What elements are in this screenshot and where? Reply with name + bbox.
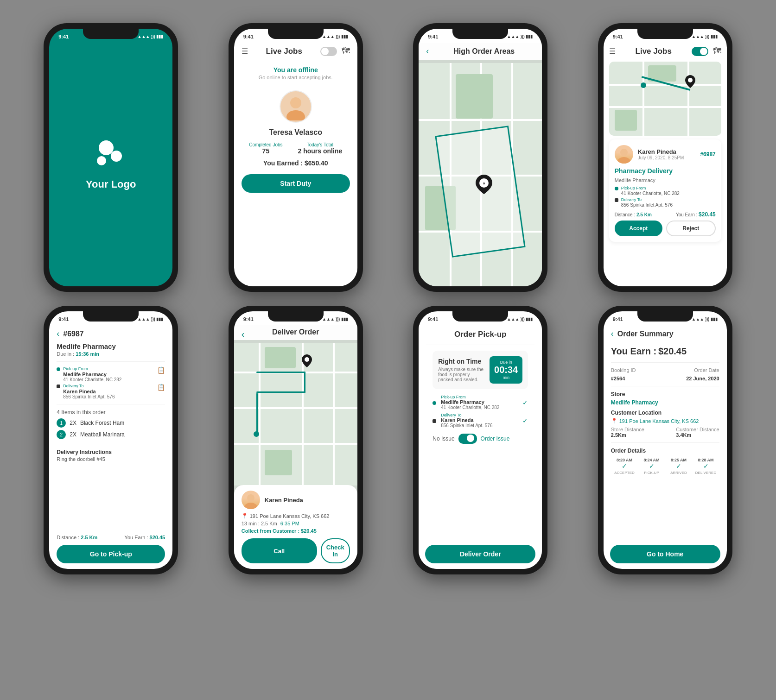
location-icon: 📍 — [242, 513, 248, 519]
dest-pin — [685, 75, 695, 90]
svg-text:⚬: ⚬ — [482, 180, 486, 187]
phone-splash: 9:41 ▲▲▲ ))) ▮▮▮ Your Logo — [44, 23, 178, 292]
driver-avatar — [242, 491, 260, 509]
back-arrow-icon[interactable]: ‹ — [57, 329, 59, 339]
livejobs-screen: ☰ Live Jobs 🗺 You are offline Go online … — [234, 43, 357, 286]
ontime-info: Right on Time Always make sure the food … — [438, 358, 485, 382]
livejobs-online-screen: ☰ Live Jobs 🗺 — [604, 43, 727, 286]
svg-point-0 — [99, 140, 114, 155]
map-area — [234, 343, 357, 486]
back-header: ‹ #6987 — [57, 325, 165, 342]
svg-point-4 — [286, 110, 305, 120]
menu-icon[interactable]: ☰ — [242, 47, 248, 56]
notch — [268, 311, 324, 322]
divider3 — [57, 444, 165, 444]
back-header: ‹ Order Summary — [611, 325, 719, 342]
back-arrow-icon[interactable]: ‹ — [426, 46, 429, 56]
delivery-item: Delivery To Karen Pineda 856 Spinka Inle… — [57, 384, 165, 399]
svg-point-8 — [620, 149, 628, 156]
route-info: Pick-up From Medlife Pharmacy 41 Kooter … — [57, 366, 165, 399]
delivery-dot — [433, 419, 436, 423]
header-bar: ☰ Live Jobs 🗺 — [242, 43, 350, 62]
delivery-icon: 📋 — [157, 384, 165, 391]
svg-point-9 — [617, 157, 630, 164]
goto-home-button[interactable]: Go to Home — [610, 545, 720, 563]
status-time: 9:41 — [58, 34, 69, 39]
online-toggle[interactable] — [320, 47, 337, 56]
issue-toggle[interactable] — [458, 434, 477, 444]
delivery-instructions: Delivery Instructions Ring the doorbell … — [57, 449, 165, 462]
action-buttons: Call Check In — [242, 538, 350, 563]
back-arrow-icon[interactable]: ‹ — [611, 329, 614, 339]
notch — [268, 29, 324, 39]
svg-point-3 — [290, 97, 301, 108]
summary-screen: ‹ Order Summary You Earn : $20.45 Bookin… — [604, 325, 727, 569]
checkin-button[interactable]: Check In — [321, 538, 350, 563]
online-toggle[interactable] — [692, 47, 708, 56]
mini-map — [609, 62, 721, 136]
ontime-card: Right on Time Always make sure the food … — [433, 351, 528, 389]
deliver-order-button[interactable]: Deliver Order — [425, 545, 535, 563]
pickup-header: Order Pick-up — [426, 325, 534, 345]
due-badge: Due in 00:34 min — [490, 356, 522, 384]
map-header-title: High Order Areas — [433, 47, 534, 56]
driver-card-inner: Karen Pineda — [242, 491, 350, 509]
driver-avatar — [280, 90, 312, 123]
header-title: Live Jobs — [266, 47, 302, 56]
start-duty-button[interactable]: Start Duty — [242, 174, 350, 193]
svg-point-1 — [111, 151, 122, 162]
timeline: 8:20 AM ✓ ACCEPTED 8:24 AM ✓ PICK-UP 8:2… — [611, 458, 719, 475]
offline-status-text: You are offline — [242, 66, 350, 74]
goto-pickup-button[interactable]: Go to Pick-up — [57, 545, 165, 563]
map-icon[interactable]: 🗺 — [713, 46, 721, 56]
total-stat: Today's Total 2 hours online — [298, 142, 343, 155]
stats-row: Completed Jobs 75 Today's Total 2 hours … — [242, 142, 350, 155]
notch — [452, 311, 508, 322]
distances-row: Store Distance 2.5Km Customer Distance 3… — [611, 427, 719, 438]
timeline-accepted: 8:20 AM ✓ ACCEPTED — [611, 458, 638, 475]
svg-point-10 — [305, 357, 309, 362]
reject-button[interactable]: Reject — [666, 221, 716, 236]
header-icons: 🗺 — [692, 46, 721, 56]
pickup-screen: Order Pick-up Right on Time Always make … — [419, 325, 542, 569]
offline-sub-text: Go online to start accepting jobs. — [242, 75, 350, 80]
distance-earn: Distance : 2.5 Km You Earn : $20.45 — [57, 535, 165, 540]
status-icons: ▲▲▲ ))) ▮▮▮ — [138, 34, 164, 39]
phone-order-pickup: 9:41 ▲▲▲ ))) ▮▮▮ Order Pick-up Right on … — [413, 306, 547, 574]
call-button[interactable]: Call — [242, 538, 317, 563]
pickup-item: Pick-up From Medlife Pharmacy 41 Kooter … — [57, 366, 165, 382]
accept-button[interactable]: Accept — [615, 221, 662, 236]
order-detail-screen: ‹ #6987 Medlife Pharmacy Due in : 15:36 … — [49, 325, 172, 569]
phone-livejobs-online: 9:41 ▲▲▲ ))) ▮▮▮ ☰ Live Jobs 🗺 — [598, 23, 732, 292]
delivery-to-item: Delivery To Karen Pineda 856 Spinka Inle… — [433, 413, 528, 428]
divider2 — [611, 386, 719, 386]
svg-point-7 — [688, 78, 693, 82]
menu-icon[interactable]: ☰ — [609, 47, 616, 56]
driver-collect: Collect from Customer : $20.45 — [242, 528, 350, 534]
phone-order-detail: 9:41 ▲▲▲ ))) ▮▮▮ ‹ #6987 Medlife Pharmac… — [44, 306, 178, 574]
header-title: Live Jobs — [636, 47, 672, 56]
pickup-icon: 📋 — [157, 366, 165, 374]
check-icon: ✓ — [522, 399, 528, 406]
map-pin: ⚬ — [476, 175, 492, 196]
action-buttons: Accept Reject — [615, 221, 716, 236]
check-icon2: ✓ — [522, 417, 528, 424]
timeline-delivered: 8:28 AM ✓ DELIVERED — [692, 458, 719, 475]
route-pickup: Pick-up From Medlife Pharmacy 41 Kooter … — [433, 395, 528, 428]
phones-grid: 9:41 ▲▲▲ ))) ▮▮▮ Your Logo 9:41 ▲▲▲ ))) … — [9, 9, 767, 588]
order-item-1: 1 2X Black Forest Ham — [57, 418, 165, 428]
pickup-dot — [615, 187, 618, 190]
notch — [83, 29, 139, 39]
svg-point-12 — [244, 503, 257, 509]
back-arrow-icon[interactable]: ‹ — [242, 329, 245, 340]
svg-point-2 — [97, 156, 106, 165]
driver-location: 📍 191 Poe Lane Kansas City, KS 662 — [242, 513, 350, 519]
map-icon[interactable]: 🗺 — [342, 46, 350, 56]
delivery-dot — [615, 198, 618, 202]
deliver-header: ‹ Deliver Order — [234, 325, 357, 340]
notch — [637, 29, 693, 39]
order-item-2: 2 2X Meatball Marinara — [57, 430, 165, 439]
earned-text: You Earned : $650.40 — [242, 159, 350, 167]
driver-avatar — [615, 145, 633, 164]
location-icon: 📍 — [611, 418, 617, 424]
